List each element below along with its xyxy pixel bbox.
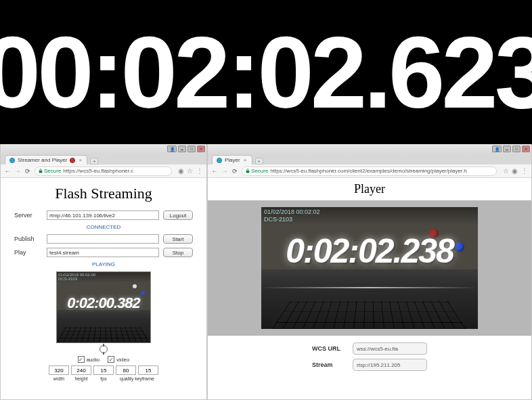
secure-indicator: Secure: [39, 168, 61, 174]
back-icon[interactable]: ←: [4, 168, 11, 175]
menu-icon[interactable]: ⋮: [521, 168, 528, 175]
width-label: width: [49, 376, 69, 381]
publish-input[interactable]: [47, 234, 159, 244]
page-title: Player: [208, 178, 531, 200]
video-timestamp: 0:02:00.382: [56, 294, 151, 312]
favicon-icon: [9, 158, 15, 163]
video-container: 01/02/2018 00:02:02 DCS-2103 0:02:02.238: [208, 200, 531, 336]
lock-icon: [246, 169, 250, 173]
video-checkbox[interactable]: ✓video: [108, 356, 129, 363]
stream-input[interactable]: [353, 359, 427, 371]
status-playing: PLAYING: [14, 261, 193, 267]
url-input[interactable]: Secure https://wcs5-eu.flashphoner.com/c…: [242, 166, 497, 176]
lock-icon: [39, 169, 43, 173]
page-content: Player 01/02/2018 00:02:02 DCS-2103 0:02…: [208, 178, 531, 399]
quality-keyframe-label: quality keyframe: [116, 376, 158, 381]
page-content: Flash Streaming Server Logout CONNECTED …: [1, 178, 206, 399]
window-maximize-button[interactable]: □: [187, 146, 196, 152]
tab-active[interactable]: Streamer and Player ×: [5, 155, 87, 164]
keyboard-graphic: [261, 269, 478, 329]
play-input[interactable]: [47, 248, 159, 257]
logout-button[interactable]: Logout: [163, 210, 193, 220]
publish-label: Publish: [14, 236, 43, 242]
stop-button[interactable]: Stop: [163, 248, 193, 257]
video-preview: 01/02/2018 00:02:02 DCS-2103 0:02:02.238: [261, 207, 478, 329]
stream-label: Stream: [312, 361, 346, 368]
address-bar: ← → ⟳ Secure https://wcs5-eu.flashphoner…: [1, 164, 206, 178]
loading-icon: [99, 345, 108, 353]
width-input[interactable]: [49, 365, 69, 375]
recording-icon: [70, 158, 75, 163]
new-tab-button[interactable]: +: [255, 158, 263, 164]
reload-icon[interactable]: ⟳: [24, 168, 31, 175]
fps-label: fps: [93, 376, 114, 381]
secure-indicator: Secure: [246, 168, 268, 174]
window-streamer-player: 👤 ‒ □ × Streamer and Player × + ← → ⟳ Se…: [0, 144, 207, 400]
reload-icon[interactable]: ⟳: [231, 168, 238, 175]
star-icon[interactable]: ☆: [186, 168, 193, 175]
video-timestamp: 0:02:02.238: [261, 231, 478, 271]
address-bar: ← → ⟳ Secure https://wcs5-eu.flashphoner…: [208, 164, 531, 178]
url-text: https://wcs5-eu.flashphoner.c: [63, 168, 133, 174]
height-label: height: [71, 376, 91, 381]
window-maximize-button[interactable]: □: [512, 146, 520, 152]
globe-icon[interactable]: ◉: [511, 168, 518, 175]
forward-icon[interactable]: →: [221, 168, 228, 175]
svg-rect-0: [39, 171, 43, 173]
server-input[interactable]: [47, 210, 159, 220]
favicon-icon: [217, 158, 222, 163]
window-user-icon[interactable]: 👤: [167, 146, 177, 152]
av-checkboxes: ✓audio ✓video: [14, 356, 193, 363]
svg-rect-1: [246, 171, 250, 173]
tab-strip: Streamer and Player × +: [1, 154, 206, 164]
tab-strip: Player × +: [208, 154, 531, 164]
tab-title: Player: [225, 157, 240, 163]
forward-icon[interactable]: →: [14, 168, 21, 175]
window-user-icon[interactable]: 👤: [492, 146, 502, 152]
reference-clock: 00:02:02.623: [0, 0, 532, 144]
keyboard-graphic: [57, 310, 150, 342]
tab-close-button[interactable]: ×: [243, 158, 248, 162]
url-input[interactable]: Secure https://wcs5-eu.flashphoner.c: [35, 166, 172, 176]
star-icon[interactable]: ☆: [502, 168, 509, 175]
audio-checkbox[interactable]: ✓audio: [78, 356, 100, 363]
video-overlay-meta: 01/02/2018 00:02:00 DCS-2103: [57, 272, 150, 282]
page-title: Flash Streaming: [14, 185, 193, 202]
new-tab-button[interactable]: +: [90, 158, 98, 164]
ball-white: [133, 284, 137, 288]
tab-title: Streamer and Player: [18, 157, 67, 163]
server-label: Server: [14, 212, 43, 219]
titlebar: 👤 ‒ □ ×: [1, 144, 206, 154]
menu-icon[interactable]: ⋮: [196, 168, 203, 175]
status-connected: CONNECTED: [14, 224, 193, 230]
reference-clock-text: 00:02:02.623: [0, 22, 532, 123]
tab-close-button[interactable]: ×: [78, 158, 83, 162]
quality-input[interactable]: [116, 365, 136, 375]
fps-input[interactable]: [93, 365, 114, 375]
window-minimize-button[interactable]: ‒: [503, 146, 511, 152]
back-icon[interactable]: ←: [211, 168, 218, 175]
play-label: Play: [14, 249, 43, 256]
wcs-url-input[interactable]: [353, 342, 427, 355]
window-player: 👤 ‒ □ × Player × + ← → ⟳ Secure https://…: [207, 144, 532, 400]
globe-icon[interactable]: ◉: [177, 168, 184, 175]
titlebar: 👤 ‒ □ ×: [208, 144, 531, 154]
window-minimize-button[interactable]: ‒: [178, 146, 186, 152]
tab-active[interactable]: Player ×: [212, 155, 252, 164]
window-close-button[interactable]: ×: [197, 146, 205, 152]
height-input[interactable]: [71, 365, 91, 375]
keyframe-input[interactable]: [138, 365, 158, 375]
wcs-url-label: WCS URL: [312, 345, 346, 352]
window-close-button[interactable]: ×: [522, 146, 530, 152]
url-text: https://wcs5-eu.flashphoner.com/client2/…: [270, 168, 466, 174]
video-preview: 01/02/2018 00:02:00 DCS-2103 0:02:00.382: [56, 271, 151, 343]
video-overlay-meta: 01/02/2018 00:02:02 DCS-2103: [261, 207, 478, 225]
start-button[interactable]: Start: [163, 234, 193, 244]
